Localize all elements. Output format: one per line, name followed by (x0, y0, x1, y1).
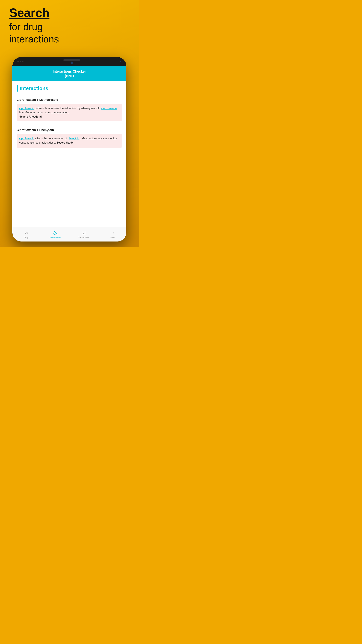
nav-item-summaries[interactable]: Summaries (69, 230, 98, 239)
sensor-dot-right (120, 61, 121, 62)
severity-1: Severe Anecdotal (19, 115, 42, 118)
svg-line-6 (55, 232, 56, 234)
search-heading: Search (9, 7, 59, 19)
nav-label-summaries: Summaries (78, 236, 89, 239)
nav-label-interactions: Interactions (49, 236, 61, 239)
sensor-dot-1 (17, 61, 19, 62)
app-header-title: Interactions Checker (BNF) (53, 69, 86, 78)
section-title-row: Interactions (16, 85, 122, 92)
interaction-text-mid-1: potentially increases the risk of toxici… (35, 107, 101, 110)
sensor-dot-2 (20, 61, 21, 62)
header-subtitle: for druginteractions (9, 21, 59, 45)
drug-link-methotrexate[interactable]: methotrexate (101, 107, 117, 110)
drug-link-ciprofloxacin-1[interactable]: ciprofloxacin (19, 107, 34, 110)
phone-notch (12, 57, 126, 66)
interaction-divider-1 (16, 125, 122, 125)
svg-line-1 (26, 232, 28, 234)
svg-rect-8 (82, 231, 85, 235)
app-title-line1: Interactions Checker (53, 70, 86, 73)
svg-point-13 (112, 232, 113, 233)
summaries-icon (81, 230, 86, 236)
interaction-card-2: ciprofloxacin affects the concentration … (16, 134, 122, 148)
interaction-card-1: ciprofloxacin potentially increases the … (16, 104, 122, 122)
nav-label-more: More (110, 236, 115, 239)
nav-label-drugs: Drugs (24, 236, 30, 239)
interaction-text-1: ciprofloxacin potentially increases the … (19, 106, 119, 119)
svg-point-3 (53, 234, 54, 235)
drug-link-phenytoin[interactable]: phenytoin (68, 137, 79, 140)
interaction-title-2: Ciprofloxacin + Phenytoin (16, 128, 122, 132)
more-icon (110, 230, 115, 236)
interaction-text-2: ciprofloxacin affects the concentration … (19, 136, 119, 145)
notch-right-sensors (120, 61, 121, 62)
notch-center (63, 59, 80, 64)
bottom-nav: Drugs Interactions (12, 227, 126, 242)
interaction-group-2: Ciprofloxacin + Phenytoin ciprofloxacin … (16, 128, 122, 148)
svg-line-5 (54, 232, 55, 234)
nav-item-more[interactable]: More (98, 230, 126, 239)
back-button[interactable]: ← (16, 71, 20, 76)
header-area: Search for druginteractions (9, 7, 59, 45)
interaction-group-1: Ciprofloxacin + Methotrexate ciprofloxac… (16, 98, 122, 122)
title-divider (16, 94, 122, 95)
svg-point-4 (56, 234, 57, 235)
nav-item-drugs[interactable]: Drugs (12, 230, 41, 239)
phone-speaker (63, 59, 80, 61)
app-title-line2: (BNF) (65, 74, 74, 78)
phone-frame: ← Interactions Checker (BNF) Interaction… (12, 57, 126, 242)
severity-2: Severe Study (56, 141, 73, 144)
app-header: ← Interactions Checker (BNF) (12, 66, 126, 81)
interaction-text-mid-2: affects the concentration of (35, 137, 68, 140)
svg-point-2 (54, 231, 56, 232)
svg-point-14 (113, 232, 114, 233)
interactions-icon (53, 230, 58, 236)
section-title: Interactions (20, 86, 48, 91)
drug-link-ciprofloxacin-2[interactable]: ciprofloxacin (19, 137, 34, 140)
app-content: Interactions Ciprofloxacin + Methotrexat… (12, 81, 126, 227)
section-title-accent-bar (16, 85, 18, 92)
interaction-title-1: Ciprofloxacin + Methotrexate (16, 98, 122, 102)
phone-screen: ← Interactions Checker (BNF) Interaction… (12, 66, 126, 242)
front-camera (70, 62, 73, 64)
drugs-icon (24, 230, 29, 236)
notch-left-sensors (17, 61, 23, 62)
nav-item-interactions[interactable]: Interactions (41, 230, 69, 239)
sensor-dot-3 (22, 61, 23, 62)
svg-point-12 (110, 232, 111, 233)
